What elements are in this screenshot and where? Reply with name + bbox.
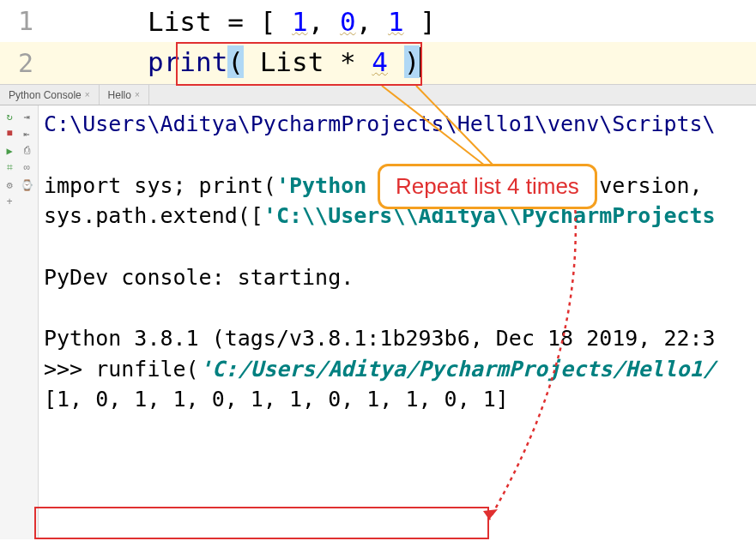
indent-dec-icon[interactable]: ⇤ xyxy=(19,126,34,141)
indent-inc-icon[interactable]: ⇥ xyxy=(19,109,34,124)
code-editor[interactable]: 1 List = [ 1, 0, 1 ] 2 print( List * 4 ) xyxy=(0,0,756,85)
play-icon[interactable]: ▶ xyxy=(2,143,17,159)
print-icon[interactable]: ⎙ xyxy=(19,143,34,159)
code-line: print( List * 4 ) xyxy=(51,15,420,111)
console-python-version: Python 3.8.1 (tags/v3.8.1:1b293b6, Dec 1… xyxy=(44,323,751,354)
link-icon[interactable]: ∞ xyxy=(19,160,34,176)
console-path: C:\Users\Aditya\PycharmProjects\Hello1\v… xyxy=(44,109,751,140)
plus-icon[interactable]: + xyxy=(2,195,17,210)
settings-icon[interactable]: ⚙ xyxy=(2,177,17,193)
line-number: 1 xyxy=(0,6,51,36)
annotation-callout: Repeat list 4 times xyxy=(378,164,597,209)
stop-icon[interactable]: ■ xyxy=(2,126,17,141)
rerun-icon[interactable]: ↻ xyxy=(2,109,17,124)
console-runfile-line: >>> runfile('C:/Users/Aditya/PycharmProj… xyxy=(44,354,751,385)
editor-line-2[interactable]: 2 print( List * 4 ) xyxy=(0,42,756,84)
debug-icon[interactable]: ⌗ xyxy=(2,160,17,176)
console-toolbar: ↻ ⇥ ■ ⇤ ▶ ⎙ ⌗ ∞ ⚙ ⌚ + xyxy=(0,105,39,539)
line-number: 2 xyxy=(0,48,51,78)
console-output-result: [1, 0, 1, 1, 0, 1, 1, 0, 1, 1, 0, 1] xyxy=(44,384,751,415)
console-pydev: PyDev console: starting. xyxy=(44,262,751,293)
history-icon[interactable]: ⌚ xyxy=(19,177,34,193)
